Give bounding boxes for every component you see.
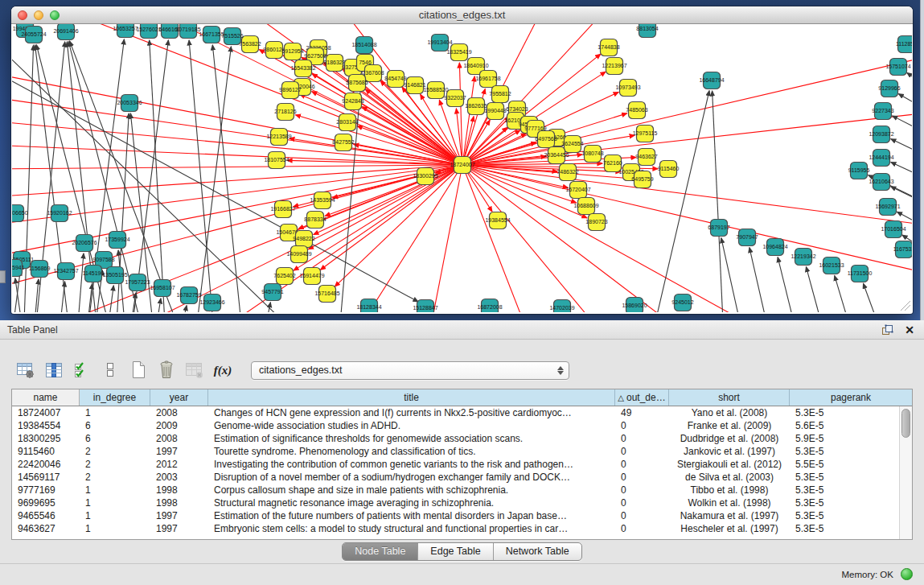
- cell-year[interactable]: 2008: [150, 406, 208, 419]
- cell-year[interactable]: 1997: [150, 522, 208, 535]
- cell-out_degree[interactable]: 0: [615, 522, 669, 535]
- column-header-in_degree[interactable]: in_degree: [80, 389, 150, 406]
- cell-in_degree[interactable]: 1: [80, 496, 150, 509]
- cell-name[interactable]: 9115460: [12, 445, 80, 458]
- cell-short[interactable]: de Silva et al. (2003): [669, 471, 790, 484]
- cell-name[interactable]: 19384554: [12, 419, 80, 432]
- table-row[interactable]: 2242004622012Investigating the contribut…: [12, 458, 912, 471]
- cell-in_degree[interactable]: 1: [80, 522, 150, 535]
- cell-name[interactable]: 9465546: [12, 509, 80, 522]
- cell-short[interactable]: Yano et al. (2008): [669, 406, 790, 419]
- cell-pagerank[interactable]: 5.3E-5: [790, 445, 912, 458]
- cell-in_degree[interactable]: 6: [80, 432, 150, 445]
- panel-divider-handle[interactable]: [456, 316, 467, 320]
- cell-short[interactable]: Nakamura et al. (1997): [669, 509, 790, 522]
- table-row[interactable]: 911546021997Tourette syndrome. Phenomeno…: [12, 445, 912, 458]
- column-header-short[interactable]: short: [669, 389, 790, 406]
- cell-short[interactable]: Wolkin et al. (1998): [669, 496, 790, 509]
- memory-status-green-dot-icon[interactable]: [901, 568, 913, 580]
- cell-pagerank[interactable]: 5.6E-5: [790, 419, 912, 432]
- float-window-icon[interactable]: [881, 324, 893, 336]
- cell-year[interactable]: 1998: [150, 484, 208, 496]
- cell-pagerank[interactable]: 5.3E-5: [790, 484, 912, 496]
- table-row[interactable]: 1830029562008Estimation of significance …: [12, 432, 912, 445]
- cell-in_degree[interactable]: 1: [80, 509, 150, 522]
- column-header-pagerank[interactable]: pagerank: [790, 389, 912, 406]
- table-row[interactable]: 946362711997Embryonic stem cells: a mode…: [12, 522, 912, 535]
- cell-title[interactable]: Changes of HCN gene expression and I(f) …: [208, 406, 615, 419]
- table-row[interactable]: 977716911998Corpus callosum shape and si…: [12, 484, 912, 496]
- cell-in_degree[interactable]: 2: [80, 445, 150, 458]
- cell-year[interactable]: 2008: [150, 432, 208, 445]
- cell-name[interactable]: 9699695: [12, 496, 80, 509]
- cell-name[interactable]: 9463627: [12, 522, 80, 535]
- cell-pagerank[interactable]: 5.3E-5: [790, 522, 912, 535]
- vertical-stack-icon[interactable]: [101, 360, 120, 380]
- network-window-titlebar[interactable]: citations_edges.txt: [11, 6, 913, 24]
- column-header-year[interactable]: year: [150, 389, 208, 406]
- column-header-title[interactable]: title: [208, 389, 615, 406]
- browse-columns-icon[interactable]: [44, 360, 64, 380]
- cell-pagerank[interactable]: 5.3E-5: [790, 471, 912, 484]
- cell-title[interactable]: Tourette syndrome. Phenomenology and cla…: [208, 445, 615, 458]
- cell-short[interactable]: Franke et al. (2009): [669, 419, 790, 432]
- cell-out_degree[interactable]: 0: [615, 509, 669, 522]
- delete-table-icon[interactable]: [157, 360, 176, 380]
- tab-network-table[interactable]: Network Table: [493, 543, 581, 560]
- table-scrollbar[interactable]: [899, 406, 912, 539]
- function-builder-icon[interactable]: f(x): [213, 360, 232, 380]
- cell-name[interactable]: 9777169: [12, 484, 80, 496]
- cell-out_degree[interactable]: 0: [615, 471, 669, 484]
- tab-edge-table[interactable]: Edge Table: [417, 543, 492, 560]
- cell-pagerank[interactable]: 5.9E-5: [790, 432, 912, 445]
- cell-year[interactable]: 1997: [150, 509, 208, 522]
- column-header-name[interactable]: name: [12, 389, 80, 406]
- cell-name[interactable]: 18300295: [12, 432, 80, 445]
- cell-short[interactable]: Hescheler et al. (1997): [669, 522, 790, 535]
- cell-out_degree[interactable]: 0: [615, 445, 669, 458]
- cell-title[interactable]: Genome-wide association studies in ADHD.: [208, 419, 615, 432]
- cell-short[interactable]: Jankovic et al. (1997): [669, 445, 790, 458]
- cell-year[interactable]: 2012: [150, 458, 208, 471]
- cell-out_degree[interactable]: 0: [615, 484, 669, 496]
- cell-name[interactable]: 22420046: [12, 458, 80, 471]
- table-row[interactable]: 946554611997Estimation of the future num…: [12, 509, 912, 522]
- cell-year[interactable]: 2009: [150, 419, 208, 432]
- cell-title[interactable]: Structural magnetic resonance image aver…: [208, 496, 615, 509]
- cell-in_degree[interactable]: 2: [80, 471, 150, 484]
- cell-year[interactable]: 1998: [150, 496, 208, 509]
- cell-out_degree[interactable]: 0: [615, 458, 669, 471]
- table-row[interactable]: 1938455462009Genome-wide association stu…: [12, 419, 912, 432]
- cell-year[interactable]: 1997: [150, 445, 208, 458]
- table-row[interactable]: 1872400712008Changes of HCN gene express…: [12, 406, 912, 419]
- window-resize-grip[interactable]: [901, 301, 910, 311]
- cell-pagerank[interactable]: 5.3E-5: [790, 496, 912, 509]
- cell-pagerank[interactable]: 5.5E-5: [790, 458, 912, 471]
- select-rows-icon[interactable]: [72, 360, 92, 380]
- cell-title[interactable]: Estimation of significance thresholds fo…: [208, 432, 615, 445]
- cell-title[interactable]: Estimation of the future numbers of pati…: [208, 509, 615, 522]
- cell-short[interactable]: Dudbridge et al. (2008): [669, 432, 790, 445]
- cell-out_degree[interactable]: 0: [615, 496, 669, 509]
- cell-year[interactable]: 2003: [150, 471, 208, 484]
- cell-name[interactable]: 18724007: [12, 406, 80, 419]
- new-table-icon[interactable]: [129, 360, 148, 380]
- table-settings-icon[interactable]: [16, 360, 35, 380]
- cell-out_degree[interactable]: 0: [615, 432, 669, 445]
- cell-title[interactable]: Disruption of a novel member of a sodium…: [208, 471, 615, 484]
- cell-in_degree[interactable]: 1: [80, 406, 150, 419]
- close-panel-icon[interactable]: ✕: [905, 324, 914, 336]
- cell-title[interactable]: Investigating the contribution of common…: [208, 458, 615, 471]
- cell-in_degree[interactable]: 6: [80, 419, 150, 432]
- cell-out_degree[interactable]: 0: [615, 419, 669, 432]
- cell-in_degree[interactable]: 1: [80, 484, 150, 496]
- tab-node-table[interactable]: Node Table: [343, 543, 417, 560]
- column-header-out_degree[interactable]: △out_de…: [615, 389, 669, 406]
- cell-title[interactable]: Corpus callosum shape and size in male p…: [208, 484, 615, 496]
- cell-name[interactable]: 14569117: [12, 471, 80, 484]
- table-row[interactable]: 1456911722003Disruption of a novel membe…: [12, 471, 912, 484]
- scrollbar-thumb[interactable]: [901, 409, 910, 438]
- cell-pagerank[interactable]: 5.3E-5: [790, 509, 912, 522]
- cell-out_degree[interactable]: 49: [615, 406, 669, 419]
- cell-short[interactable]: Stergiakouli et al. (2012): [669, 458, 790, 471]
